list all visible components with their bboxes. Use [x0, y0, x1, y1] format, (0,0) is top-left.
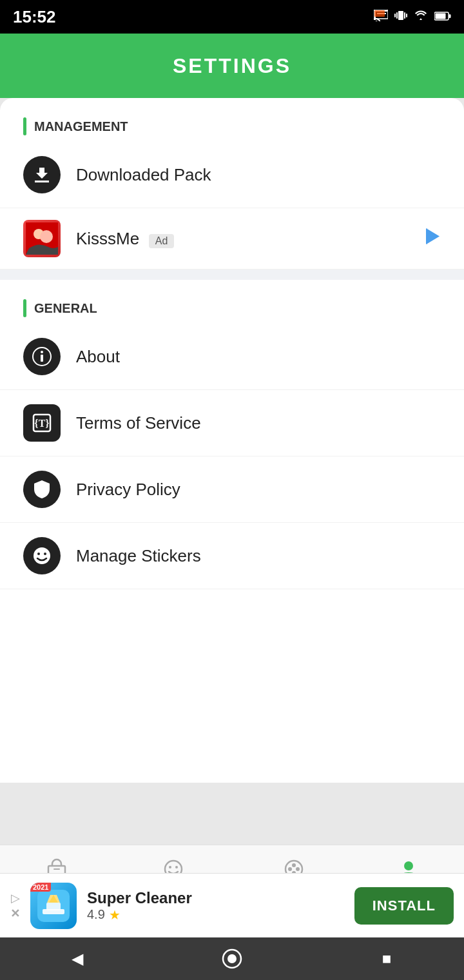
management-section-label: MANAGEMENT: [0, 98, 464, 142]
about-label: About: [76, 347, 120, 367]
shield-icon: [32, 479, 52, 500]
ad-play-icon: [423, 228, 441, 250]
menu-item-manage-stickers[interactable]: Manage Stickers: [0, 523, 464, 589]
ad-app-name: KisssMe: [76, 229, 139, 248]
menu-item-privacy-policy[interactable]: Privacy Policy: [0, 456, 464, 523]
ad-banner-app-icon: 2021: [30, 883, 77, 929]
back-button[interactable]: ◀: [64, 946, 90, 972]
svg-rect-5: [394, 14, 396, 17]
status-time: 15:52: [13, 7, 56, 27]
svg-point-33: [404, 861, 413, 870]
svg-rect-17: [41, 355, 43, 362]
main-content: MANAGEMENT Downloaded Pack KisssMe Ad: [0, 98, 464, 783]
general-section-bar: [23, 299, 26, 317]
spacer: [0, 589, 464, 770]
info-icon: [32, 346, 52, 367]
svg-point-31: [296, 867, 300, 871]
svg-rect-8: [436, 13, 446, 19]
terms-icon-bg: {T}: [23, 404, 61, 442]
header-title: SETTINGS: [173, 54, 291, 78]
general-section-label: GENERAL: [0, 280, 464, 324]
ad-banner-app-name: Super Cleaner: [87, 889, 344, 907]
ad-close-controls[interactable]: ▷ ✕: [10, 891, 20, 921]
manage-stickers-label: Manage Stickers: [76, 546, 201, 566]
download-icon-bg: [23, 156, 61, 193]
svg-point-27: [175, 866, 178, 868]
ad-image: [23, 220, 61, 257]
shield-icon-bg: [23, 471, 61, 508]
ad-banner-rating: 4.9 ★: [87, 907, 344, 923]
svg-point-40: [227, 954, 237, 963]
svg-point-16: [41, 351, 43, 353]
battery-icon: [434, 10, 451, 24]
menu-item-about[interactable]: About: [0, 324, 464, 390]
download-icon: [32, 164, 52, 185]
svg-marker-13: [427, 229, 440, 244]
svg-rect-2: [398, 11, 403, 20]
ad-banner-info: Super Cleaner 4.9 ★: [87, 889, 344, 923]
sticker-icon-bg: [23, 537, 61, 574]
ad-badge: Ad: [149, 234, 175, 248]
svg-point-22: [44, 553, 46, 555]
svg-point-20: [34, 547, 50, 564]
vibrate-icon: [394, 9, 407, 25]
svg-text:{T}: {T}: [34, 418, 49, 429]
ad-year-badge: 2021: [30, 883, 51, 892]
section-divider: [0, 270, 464, 280]
ad-content: KisssMe Ad: [76, 229, 174, 249]
info-icon-bg: [23, 338, 61, 375]
home-button[interactable]: [219, 946, 245, 972]
downloaded-pack-label: Downloaded Pack: [76, 165, 211, 185]
recent-button[interactable]: ■: [374, 946, 400, 972]
ad-banner: ▷ ✕ 2021 Super Cleaner 4.9 ★ INSTALL: [0, 873, 464, 937]
svg-rect-9: [449, 14, 451, 18]
svg-point-29: [288, 867, 292, 871]
wifi-icon: [414, 10, 428, 24]
ad-play-small-icon: ▷: [11, 891, 20, 905]
menu-item-downloaded-pack[interactable]: Downloaded Pack: [0, 142, 464, 208]
svg-point-21: [37, 553, 40, 555]
svg-rect-6: [406, 14, 407, 17]
status-icons: [374, 9, 451, 25]
sticker-icon: [32, 545, 52, 566]
privacy-policy-label: Privacy Policy: [76, 480, 180, 500]
svg-rect-3: [396, 12, 398, 19]
ad-item[interactable]: KisssMe Ad: [0, 208, 464, 270]
ad-close-icon[interactable]: ✕: [10, 906, 20, 921]
svg-rect-38: [46, 903, 61, 910]
section-bar: [23, 117, 26, 135]
svg-rect-4: [404, 12, 405, 19]
svg-rect-1: [374, 10, 385, 17]
terms-icon: {T}: [32, 413, 52, 433]
svg-point-12: [40, 230, 53, 243]
android-nav-bar: ◀ ■: [0, 937, 464, 980]
menu-item-terms-of-service[interactable]: {T} Terms of Service: [0, 390, 464, 456]
svg-point-30: [292, 863, 296, 867]
settings-header: SETTINGS: [0, 34, 464, 98]
install-button[interactable]: INSTALL: [354, 887, 454, 925]
terms-of-service-label: Terms of Service: [76, 413, 201, 433]
svg-point-26: [169, 866, 171, 868]
status-bar: 15:52: [0, 0, 464, 34]
cast-icon: [374, 10, 388, 24]
star-icon: ★: [109, 907, 121, 923]
svg-rect-24: [53, 868, 60, 870]
